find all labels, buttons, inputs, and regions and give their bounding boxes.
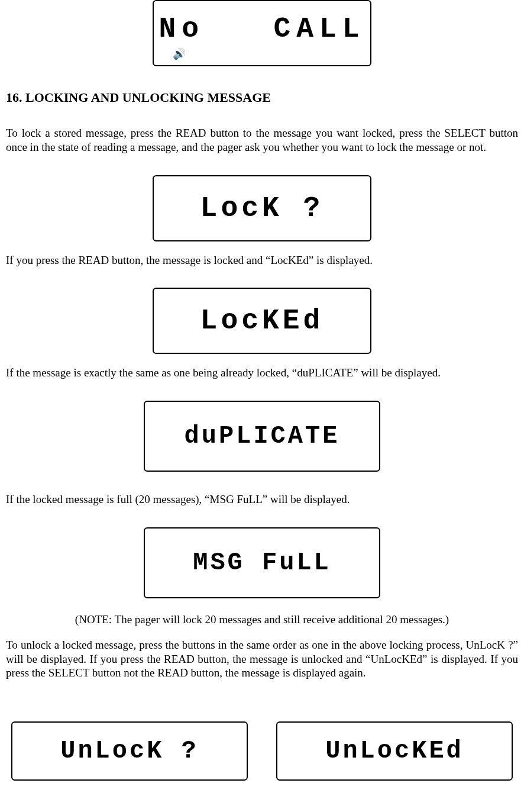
paragraph-locked: If you press the READ button, the messag… xyxy=(6,253,518,268)
paragraph-unlock: To unlock a locked message, press the bu… xyxy=(6,638,518,680)
lcd-msg-full: MSG FuLL xyxy=(144,527,380,598)
paragraph-msg-full: If the locked message is full (20 messag… xyxy=(6,492,518,507)
lcd-text-lock-q: LocK ? xyxy=(200,192,324,224)
note-text: (NOTE: The pager will lock 20 messages a… xyxy=(6,613,518,626)
speaker-icon: 🔊 xyxy=(173,47,186,60)
paragraph-duplicate: If the message is exactly the same as on… xyxy=(6,366,518,380)
lcd-text-locked: LocKEd xyxy=(200,305,324,337)
lcd-text-msg-full: MSG FuLL xyxy=(193,549,331,577)
lcd-no-call: No CALL 🔊 xyxy=(153,0,371,66)
lcd-text-duplicate: duPLICATE xyxy=(185,422,340,450)
lcd-unlock-question: UnLocK ? xyxy=(11,721,248,781)
lcd-unlocked: UnLocKEd xyxy=(276,721,513,781)
lcd-duplicate: duPLICATE xyxy=(144,401,380,472)
lcd-pair-row: UnLocK ? UnLocKEd xyxy=(6,721,518,781)
lcd-text-unlocked: UnLocKEd xyxy=(325,737,464,765)
paragraph-intro: To lock a stored message, press the READ… xyxy=(6,126,518,154)
lcd-text-unlock-q: UnLocK ? xyxy=(60,737,199,765)
lcd-locked: LocKEd xyxy=(153,288,371,354)
lcd-lock-question: LocK ? xyxy=(153,175,371,241)
lcd-text-no-call: No CALL xyxy=(159,13,365,45)
section-heading: 16. LOCKING AND UNLOCKING MESSAGE xyxy=(6,90,518,105)
